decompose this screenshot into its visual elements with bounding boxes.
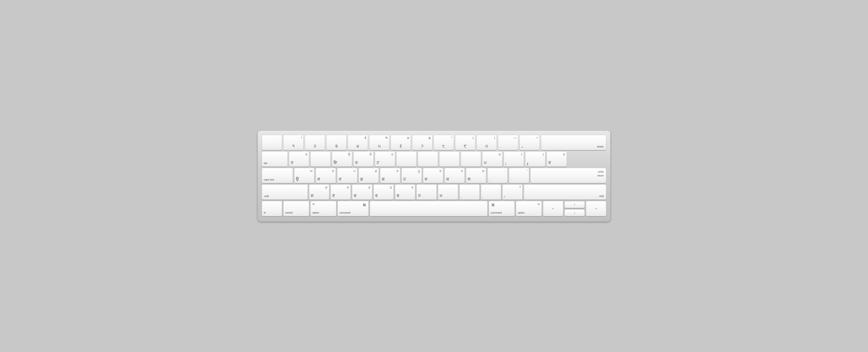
key-h[interactable]: ਘੂ ਹ bbox=[401, 168, 422, 183]
key-caps-lock[interactable]: • caps lock bbox=[262, 168, 293, 183]
command-right-label: command bbox=[491, 211, 502, 214]
key-alt-right[interactable]: alt option bbox=[516, 201, 542, 216]
key-f[interactable]: ਛ ਡ bbox=[359, 168, 379, 183]
shift-left-label: shift bbox=[264, 195, 269, 198]
key-i[interactable]: · · ·· · bbox=[439, 151, 460, 167]
key-backslash[interactable]: ਣ ਦ bbox=[547, 151, 567, 167]
alt-left-small-label: alt bbox=[312, 203, 315, 205]
key-z[interactable]: ਗ਼ ਜ਼ bbox=[309, 184, 329, 200]
key-comma[interactable]: · · ·· , bbox=[459, 184, 480, 200]
key-t[interactable]: ਠ ਟ bbox=[375, 151, 395, 167]
key-k[interactable]: ਖ ਕ bbox=[444, 168, 465, 183]
arrow-left-icon: ← bbox=[551, 207, 555, 211]
key-space[interactable] bbox=[370, 201, 488, 216]
key-7[interactable]: ਡ਼ ੭ bbox=[412, 135, 432, 150]
arrow-right-icon: → bbox=[594, 207, 598, 211]
key-semicolon[interactable]: : ; bbox=[487, 168, 508, 183]
key-r[interactable]: ਓ ਰ bbox=[353, 151, 374, 167]
key-q[interactable]: ਥ ਤ bbox=[289, 151, 309, 167]
fn-label: fn bbox=[264, 211, 266, 214]
shift-right-label: shift bbox=[599, 195, 604, 198]
key-n[interactable]: · · ·· ਨ bbox=[416, 184, 437, 200]
key-m[interactable]: · · ·· · ਮ bbox=[438, 184, 458, 200]
key-s[interactable]: ਸ਼ ਸ bbox=[315, 168, 336, 183]
alt-right-small-label: alt bbox=[537, 203, 540, 205]
key-enter[interactable]: enterreturn bbox=[530, 168, 606, 183]
key-4[interactable]: $ ੪ bbox=[348, 135, 368, 150]
key-shift-left[interactable]: shift bbox=[262, 184, 308, 200]
key-c[interactable]: ਫ਼ ਚ bbox=[352, 184, 372, 200]
key-equals[interactable]: + = bbox=[520, 135, 540, 150]
key-arrow-up[interactable]: ↑ bbox=[564, 201, 585, 208]
key-backtick[interactable]: · · · · bbox=[262, 135, 282, 150]
row-shift: shift ਗ਼ ਜ਼ ਯ ਣ ਫ਼ ਚ ਫ਼ ਵ bbox=[262, 184, 606, 200]
key-shift-right[interactable]: shift bbox=[524, 184, 606, 200]
key-command-right[interactable]: ⌘ command bbox=[489, 201, 515, 216]
key-slash[interactable]: ? / bbox=[502, 184, 523, 200]
alt-left-main-label: option bbox=[312, 211, 319, 214]
delete-label: delete bbox=[597, 145, 604, 148]
key-l[interactable]: ਲ਼ ਲ bbox=[466, 168, 486, 183]
command-right-symbol: ⌘ bbox=[491, 203, 495, 207]
key-a[interactable]: ਅ ਉ bbox=[294, 168, 314, 183]
key-e[interactable]: ਉ ਇ bbox=[332, 151, 352, 167]
key-9[interactable]: ( ੯ bbox=[455, 135, 475, 150]
key-v[interactable]: ਫ਼ ਵ bbox=[373, 184, 394, 200]
key-control[interactable]: control bbox=[283, 201, 309, 216]
key-p[interactable]: ਢ ਪ bbox=[482, 151, 502, 167]
command-left-label: command bbox=[340, 211, 350, 214]
key-u[interactable]: · · ·· · · bbox=[418, 151, 438, 167]
key-arrow-right[interactable]: → bbox=[586, 201, 606, 216]
key-bracket-open[interactable]: { | bbox=[504, 151, 524, 167]
arrow-cluster: ← ↑ ↓ → bbox=[543, 201, 606, 216]
key-arrow-left[interactable]: ← bbox=[543, 201, 563, 216]
key-2[interactable]: · · ·· · ੨ bbox=[305, 135, 325, 150]
row-tab: tab ਥ ਤ · · ·· · · ਉ ਇ ਓ ਰ bbox=[262, 151, 606, 167]
key-0[interactable]: ) ੦ bbox=[476, 135, 497, 150]
key-quote[interactable]: " ' bbox=[509, 168, 529, 183]
key-1[interactable]: ! ੧ bbox=[283, 135, 304, 150]
arrow-down-icon: ↓ bbox=[574, 211, 576, 214]
tab-label: tab bbox=[264, 162, 267, 165]
caps-lock-label: caps lock bbox=[264, 178, 274, 181]
row-bottom: fn control alt option ⌘ command ⌘ comma bbox=[262, 201, 606, 216]
row-numbers: · · · · ! ੧ · · ·· · ੨ · · ·· · ੩ $ ੪ bbox=[262, 135, 606, 150]
key-period[interactable]: · · ·· · . bbox=[481, 184, 501, 200]
key-w[interactable]: · · ·· · · bbox=[310, 151, 331, 167]
key-b[interactable]: ਭ ਬ bbox=[395, 184, 415, 200]
key-fn[interactable]: fn bbox=[262, 201, 282, 216]
command-left-symbol: ⌘ bbox=[363, 203, 366, 207]
key-x[interactable]: ਯ ਣ bbox=[331, 184, 351, 200]
key-j[interactable]: ਞ ਜ bbox=[423, 168, 443, 183]
key-y[interactable]: · · ·· · bbox=[396, 151, 416, 167]
key-o[interactable]: · · ·· · · · bbox=[461, 151, 481, 167]
key-delete[interactable]: delete bbox=[541, 135, 606, 150]
key-arrow-down[interactable]: ↓ bbox=[564, 209, 585, 216]
key-8[interactable]: * ੮ bbox=[434, 135, 454, 150]
keyboard-inner: · · · · ! ੧ · · ·· · ੨ · · ·· · ੩ $ ੪ bbox=[262, 135, 606, 216]
key-alt-left[interactable]: alt option bbox=[310, 201, 336, 216]
key-command-left[interactable]: ⌘ command bbox=[338, 201, 369, 216]
control-label: control bbox=[285, 211, 293, 214]
key-5[interactable]: % ੫ bbox=[369, 135, 390, 150]
key-bracket-close[interactable]: } ‖ bbox=[525, 151, 546, 167]
enter-label: enterreturn bbox=[597, 170, 604, 177]
key-6[interactable]: ਖ਼ ੬ bbox=[391, 135, 411, 150]
arrow-up-icon: ↑ bbox=[574, 203, 576, 206]
key-minus[interactable]: — - bbox=[498, 135, 518, 150]
key-d[interactable]: ਪ ਦ bbox=[337, 168, 358, 183]
arrow-up-down: ↑ ↓ bbox=[564, 201, 585, 216]
key-g[interactable]: ਝ ਗ bbox=[380, 168, 400, 183]
key-3[interactable]: · · ·· · ੩ bbox=[326, 135, 346, 150]
key-tab[interactable]: tab bbox=[262, 151, 288, 167]
row-caps: • caps lock ਅ ਉ ਸ਼ ਸ ਪ ਦ ਛ ਡ bbox=[262, 168, 606, 183]
keyboard: · · · · ! ੧ · · ·· · ੨ · · ·· · ੩ $ ੪ bbox=[258, 131, 610, 221]
alt-right-main-label: option bbox=[518, 211, 525, 214]
